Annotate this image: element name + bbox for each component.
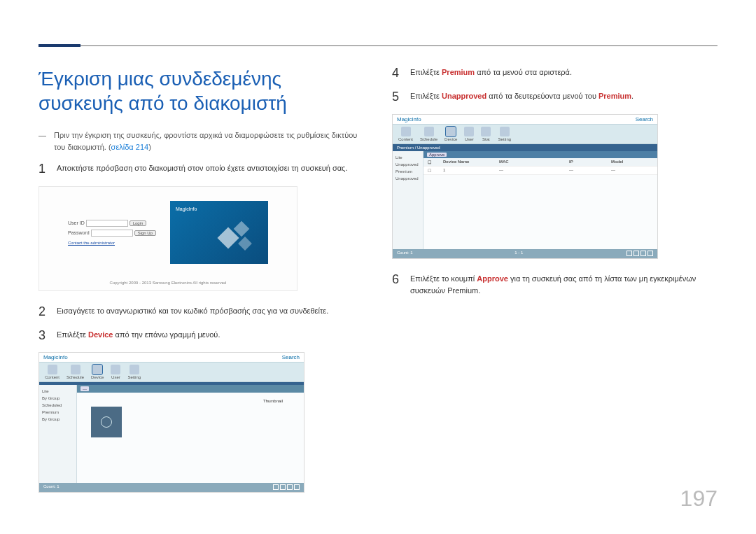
login-brand-panel: MagicInfo <box>170 201 268 264</box>
login-user-label: User ID <box>68 220 85 225</box>
toolbar-user[interactable]: User <box>464 127 474 141</box>
tb-label: User <box>111 375 120 379</box>
t: Επιλέξτε <box>410 92 442 100</box>
sidebar-item[interactable]: Premium <box>42 409 74 416</box>
tb-label: Stat <box>482 137 490 141</box>
login-pass-input[interactable] <box>91 230 133 237</box>
thumb-toggle[interactable]: Thumbnail <box>263 399 283 403</box>
toolbar-device[interactable]: Device <box>444 127 457 141</box>
band-chip[interactable]: ⋯ <box>80 386 89 391</box>
step-text: Επιλέξτε Unapproved από τα δευτερεύοντα … <box>410 90 634 103</box>
toolbar-schedule[interactable]: Schedule <box>66 365 84 379</box>
keyword-unapproved: Unapproved <box>442 92 486 100</box>
step-1: 1 Αποκτήστε πρόσβαση στο διακομιστή στον… <box>38 162 364 176</box>
t: . <box>631 92 634 100</box>
note-dash: ― <box>38 129 54 142</box>
note-text: Πριν την έγκριση της συσκευής, φροντίστε… <box>54 131 357 151</box>
step-3: 3 Επιλέξτε Device από την επάνω γραμμή μ… <box>38 329 364 343</box>
step-6: 6 Επιλέξτε το κουμπί Approve για τη συσκ… <box>392 273 718 297</box>
toolbar-schedule[interactable]: Schedule <box>420 127 438 141</box>
tb-label: User <box>465 137 474 141</box>
status-count: Count: 1 <box>397 251 413 257</box>
tb-label: Content <box>398 137 413 141</box>
step-number: 4 <box>392 66 410 80</box>
step-number: 3 <box>38 329 57 343</box>
tb-label: Setting <box>498 137 511 141</box>
status-range: 1 - 1 <box>514 251 523 257</box>
pre-note: Πριν την έγκριση της συσκευής, φροντίστε… <box>54 129 364 153</box>
tb-label: Content <box>45 375 59 379</box>
approve-button[interactable]: Approve <box>427 153 447 157</box>
t: Επιλέξτε το κουμπί <box>410 274 477 283</box>
power-icon <box>101 416 112 428</box>
toolbar-device[interactable]: Device <box>91 365 104 379</box>
step-number: 1 <box>38 162 57 176</box>
sidebar-item-unapproved[interactable]: Unapproved <box>396 175 420 182</box>
keyword-approve: Approve <box>477 274 508 283</box>
tb-label: Setting <box>127 375 141 379</box>
toolbar-stat[interactable]: Stat <box>481 127 491 141</box>
contact-admin-link[interactable]: Contact the administrator <box>68 241 156 245</box>
app-search[interactable]: Search <box>636 116 653 122</box>
status-count: Count: 1 <box>43 484 59 491</box>
keyword-premium: Premium <box>442 68 475 76</box>
step-4: 4 Επιλέξτε Premium από τα μενού στα αρισ… <box>392 66 718 80</box>
sidebar-item[interactable]: Premium <box>396 168 420 175</box>
tb-label: Schedule <box>66 375 84 379</box>
login-user-input[interactable] <box>86 220 128 227</box>
brand-text: MagicInfo <box>176 206 197 211</box>
step-number: 5 <box>392 90 410 104</box>
step-text: Επιλέξτε το κουμπί Approve για τη συσκευ… <box>410 273 718 297</box>
step-number: 6 <box>392 273 410 287</box>
step-5: 5 Επιλέξτε Unapproved από τα δευτερεύοντ… <box>392 90 718 104</box>
sidebar-item[interactable]: Scheduled <box>42 402 74 409</box>
status-boxes <box>625 251 653 257</box>
t: από τα μενού στα αριστερά. <box>475 68 572 76</box>
status-boxes <box>272 484 300 491</box>
page-number: 197 <box>680 486 718 512</box>
step-text: Εισαγάγετε το αναγνωριστικό και τον κωδι… <box>57 305 328 318</box>
toolbar-content[interactable]: Content <box>398 127 413 141</box>
tb-label: Device <box>91 375 104 379</box>
login-copyright: Copyright 2009 - 2013 Samsung Electronic… <box>45 281 291 285</box>
step-text: Επιλέξτε Device από την επάνω γραμμή μεν… <box>57 329 220 342</box>
step-2: 2 Εισαγάγετε το αναγνωριστικό και τον κω… <box>38 305 364 319</box>
sidebar-item[interactable]: By Group <box>42 395 74 402</box>
subbar-label: Premium / Unapproved <box>397 146 440 150</box>
step-text: Αποκτήστε πρόσβαση στο διακομιστή στον ο… <box>57 162 347 175</box>
sidebar-item[interactable]: Lite <box>396 154 420 161</box>
screenshot-device-menu: MagicInfoSearch Content Schedule Device … <box>38 352 304 493</box>
login-button[interactable]: Login <box>130 220 147 226</box>
t: Επιλέξτε <box>57 330 88 339</box>
sidebar-item[interactable]: Unapproved <box>396 161 420 168</box>
list-row[interactable]: ☐1——— <box>424 167 657 175</box>
page-heading: Έγκριση μιας συνδεδεμένης συσκευής από τ… <box>38 66 364 115</box>
screenshot-unapproved-list: MagicInfoSearch Content Schedule Device … <box>392 114 658 259</box>
t: από την επάνω γραμμή μενού. <box>113 330 220 339</box>
t: από τα δευτερεύοντα μενού του <box>486 92 598 100</box>
t: Επιλέξτε <box>410 68 442 76</box>
step-text: Επιλέξτε Premium από τα μενού στα αριστε… <box>410 66 572 79</box>
page-link[interactable]: σελίδα 214 <box>111 143 149 151</box>
toolbar-setting[interactable]: Setting <box>498 127 511 141</box>
list-header: ☐Device NameMACIPModel <box>424 158 657 167</box>
keyword-device: Device <box>88 330 113 339</box>
toolbar-setting[interactable]: Setting <box>127 365 141 379</box>
sidebar-item[interactable]: By Group <box>42 416 74 423</box>
sidebar-item[interactable]: Lite <box>42 388 74 395</box>
app-search[interactable]: Search <box>282 354 300 360</box>
app-brand: MagicInfo <box>43 354 68 360</box>
device-tile[interactable] <box>91 407 122 437</box>
toolbar-content[interactable]: Content <box>45 365 59 379</box>
screenshot-login: User ID Login Password Sign Up Contact t… <box>38 186 298 291</box>
app-brand: MagicInfo <box>397 116 421 122</box>
tb-label: Schedule <box>420 137 438 141</box>
keyword-premium-2: Premium <box>598 92 631 100</box>
sidebar: Lite By Group Scheduled Premium By Group <box>39 385 77 483</box>
toolbar-user[interactable]: User <box>111 365 120 379</box>
signup-button[interactable]: Sign Up <box>134 230 156 236</box>
step-number: 2 <box>38 305 57 319</box>
login-pass-label: Password <box>68 230 90 235</box>
tb-label: Device <box>444 137 457 141</box>
sidebar: Lite Unapproved Premium Unapproved <box>393 151 424 249</box>
